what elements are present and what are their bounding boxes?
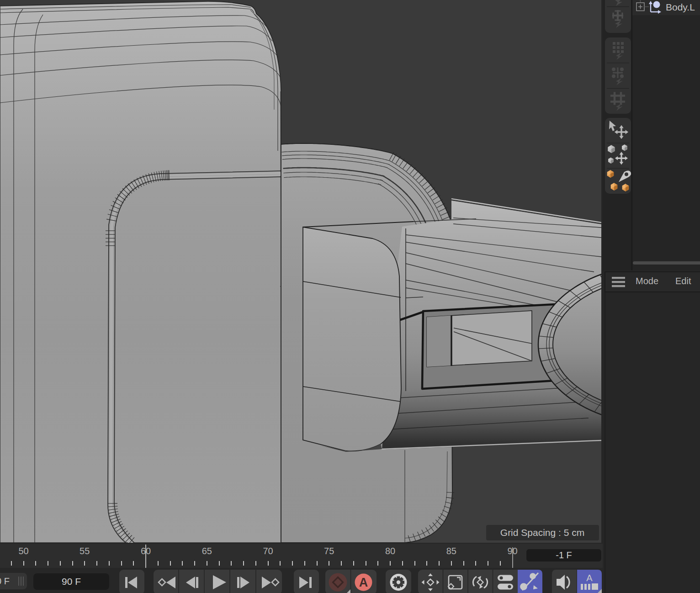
- svg-text:A: A: [586, 573, 593, 583]
- svg-text:A: A: [359, 576, 368, 589]
- svg-text:Grid Spacing : 5 cm: Grid Spacing : 5 cm: [500, 527, 584, 538]
